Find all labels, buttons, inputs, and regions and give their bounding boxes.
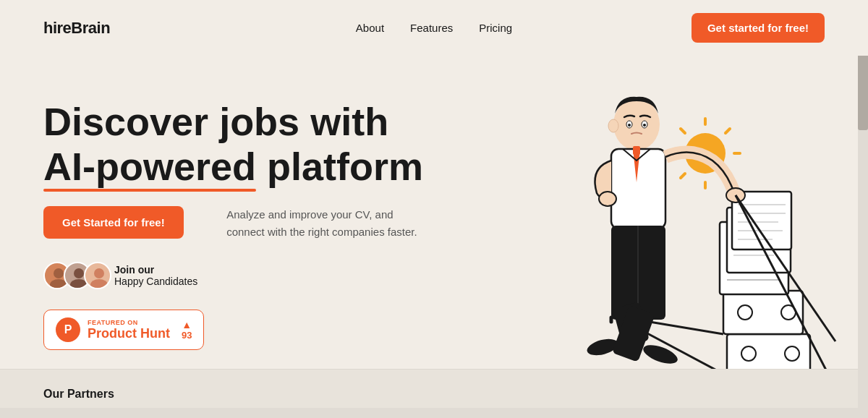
hero-content: Discover jobs with AI-powered platform G… (43, 70, 463, 350)
product-hunt-info: FEATURED ON Product Hunt (88, 319, 170, 341)
nav-pricing[interactable]: Pricing (479, 22, 512, 34)
product-hunt-votes: ▲ 93 (182, 320, 192, 341)
svg-point-5 (90, 279, 108, 289)
svg-point-52 (613, 98, 660, 150)
navbar: hireBrain About Features Pricing Get sta… (0, 0, 868, 56)
nav-cta-button[interactable]: Get started for free! (692, 13, 825, 43)
svg-point-4 (94, 268, 104, 278)
hero-cta-button[interactable]: Get Started for free! (43, 206, 184, 239)
svg-point-55 (628, 124, 631, 127)
svg-point-67 (641, 341, 680, 367)
nav-features[interactable]: Features (410, 22, 453, 34)
hero-description: Analyze and improve your CV, and connect… (226, 206, 429, 241)
svg-rect-59 (633, 146, 640, 155)
svg-line-20 (681, 174, 685, 178)
logo-suffix: Brain (71, 19, 110, 37)
scrollbar-track[interactable] (858, 0, 868, 418)
hero-section: Discover jobs with AI-powered platform G… (0, 56, 868, 367)
logo[interactable]: hireBrain (43, 19, 110, 38)
svg-point-60 (599, 192, 616, 206)
svg-rect-24 (727, 334, 810, 374)
hero-title-underline: AI-powered (43, 144, 256, 189)
product-hunt-badge[interactable]: P FEATURED ON Product Hunt ▲ 93 (43, 310, 204, 350)
hero-title: Discover jobs with AI-powered platform (43, 99, 463, 189)
hero-illustration (441, 48, 846, 403)
product-hunt-featured: FEATURED ON (88, 319, 170, 326)
svg-point-0 (54, 268, 64, 278)
svg-line-18 (681, 129, 685, 133)
product-hunt-icon: P (56, 317, 80, 342)
svg-line-17 (726, 129, 730, 133)
avatar (84, 262, 111, 289)
avatar-group (43, 262, 104, 289)
join-section: Join our Happy Candidates (43, 262, 197, 289)
upvote-arrow-icon: ▲ (182, 320, 192, 330)
svg-rect-27 (723, 291, 803, 334)
nav-about[interactable]: About (356, 22, 384, 34)
svg-point-2 (74, 268, 84, 278)
product-hunt-name: Product Hunt (88, 326, 170, 341)
join-text: Join our Happy Candidates (114, 264, 197, 287)
svg-point-56 (643, 124, 646, 127)
horizontal-scrollbar[interactable] (0, 408, 858, 418)
hero-title-rest: platform (256, 145, 423, 188)
svg-point-57 (608, 119, 618, 132)
nav-links: About Features Pricing (356, 22, 512, 34)
partners-title: Our Partners (43, 388, 114, 401)
logo-prefix: hire (43, 19, 71, 37)
